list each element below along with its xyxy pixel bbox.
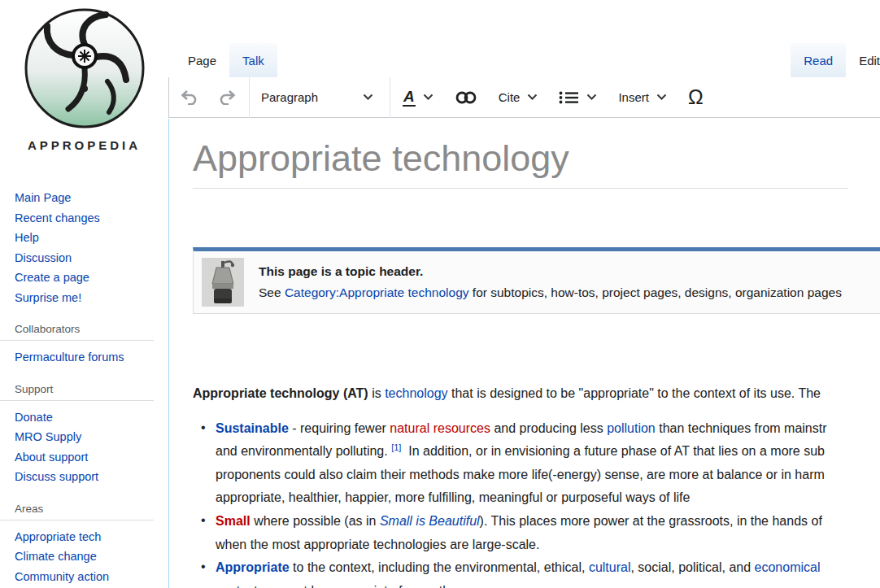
- notice-line2: See Category:Appropriate technology for …: [259, 281, 842, 303]
- sidebar-item-permaculture-forums[interactable]: Permaculture forums: [0, 347, 168, 368]
- redo-icon: [219, 89, 237, 105]
- text-line: proponents could also claim their method…: [216, 464, 880, 487]
- text-run: In addition, or in envisioning a future …: [401, 444, 825, 458]
- sidebar-item-discussion[interactable]: Discussion: [0, 248, 168, 268]
- text-link[interactable]: Sustainable: [216, 421, 289, 435]
- notice-bold-line: This page is a topic header.: [259, 262, 842, 281]
- sidebar-section-heading: Areas: [0, 503, 154, 520]
- text-run: ). This places more power at the grassro…: [480, 514, 822, 528]
- text-style-icon: A: [403, 89, 416, 107]
- text-run: to the context, including the environmen…: [290, 560, 589, 574]
- bullet-marker: •: [201, 416, 206, 440]
- visual-editor-toolbar: Paragraph A Cite: [168, 77, 880, 118]
- text-run: than techniques from mainstr: [656, 421, 827, 435]
- undo-button[interactable]: [169, 77, 208, 118]
- namespace-tabs: PageTalk: [175, 43, 277, 77]
- view-tabs: ReadEdit: [791, 43, 880, 77]
- sidebar-item-donate[interactable]: Donate: [0, 407, 168, 428]
- sidebar-section-areas: AreasAppropriate techClimate changeCommu…: [0, 503, 168, 588]
- link-chain-icon: [455, 90, 477, 105]
- text-line: Appropriate technology (AT) is technolog…: [193, 382, 880, 406]
- insert-label: Insert: [618, 90, 649, 104]
- sidebar-section-collaborators: CollaboratorsPermaculture forums: [0, 323, 168, 368]
- bullet-list: •Sustainable - requiring fewer natural r…: [193, 417, 880, 588]
- text-run: proponents could also claim their method…: [216, 468, 825, 481]
- intro-paragraph: Appropriate technology (AT) is technolog…: [193, 382, 880, 406]
- tab-bar: PageTalk ReadEdit: [168, 0, 880, 77]
- text-line: appropriate, healthier, happier, more fu…: [216, 486, 880, 510]
- sidebar-item-community-action[interactable]: Community action: [0, 567, 168, 587]
- text-link[interactable]: pollution: [607, 421, 656, 435]
- tab-read[interactable]: Read: [791, 43, 846, 77]
- sidebar: APPROPEDIA Main PageRecent changesHelpDi…: [0, 0, 168, 588]
- text-line: and environmentally polluting. [1] In ad…: [216, 440, 880, 464]
- bullet-marker: •: [201, 555, 206, 579]
- toolbar-separator: [390, 77, 390, 118]
- link-button[interactable]: [444, 77, 488, 118]
- text-run: that is designed to be "appropriate" to …: [448, 386, 821, 400]
- text-link[interactable]: natural resources: [390, 421, 490, 435]
- text-style-dropdown[interactable]: A: [392, 77, 444, 118]
- text-run: context may not be appropriate for anoth…: [216, 584, 464, 588]
- text-link[interactable]: Category:Appropriate technology: [285, 285, 469, 299]
- text-run: and environmentally polluting.: [216, 444, 391, 458]
- list-item: •Appropriate to the context, including t…: [193, 556, 880, 588]
- chevron-down-icon: [527, 94, 538, 101]
- chevron-down-icon: [423, 94, 433, 101]
- sidebar-item-create-a-page[interactable]: Create a page: [0, 268, 168, 288]
- text-link[interactable]: Small is Beautiful: [380, 514, 480, 528]
- page-title: Appropriate technology: [193, 137, 880, 181]
- list-structure-dropdown[interactable]: [548, 77, 608, 118]
- text-run: for subtopics, how-tos, project pages, d…: [469, 285, 842, 299]
- notice-text: This page is a topic header. See Categor…: [259, 262, 842, 303]
- text-run: , social, political, and: [630, 560, 754, 574]
- sidebar-item-discuss-support[interactable]: Discuss support: [0, 467, 168, 487]
- text-link[interactable]: economical: [755, 560, 821, 574]
- tab-edit[interactable]: Edit: [846, 43, 880, 77]
- sidebar-section-support: SupportDonateMRO SupplyAbout supportDisc…: [0, 383, 168, 487]
- paragraph-format-label: Paragraph: [261, 90, 318, 104]
- reference-link[interactable]: [1]: [391, 442, 401, 452]
- text-run: where possible (as in: [250, 514, 380, 528]
- cite-label: Cite: [499, 90, 521, 104]
- editor-surface: Appropriate technology This page is a to…: [168, 119, 880, 588]
- sidebar-item-mro-supply[interactable]: MRO Supply: [0, 427, 168, 447]
- sidebar-item-climate-change[interactable]: Climate change: [0, 547, 168, 567]
- redo-button[interactable]: [208, 77, 247, 118]
- title-divider: [193, 188, 848, 189]
- toolbar-separator: [249, 77, 250, 118]
- paragraph-format-dropdown[interactable]: Paragraph: [251, 77, 388, 118]
- tab-page[interactable]: Page: [175, 43, 229, 77]
- sidebar-sections: CollaboratorsPermaculture forumsSupportD…: [0, 323, 168, 588]
- cite-dropdown[interactable]: Cite: [488, 77, 549, 118]
- topic-header-notice: This page is a topic header. See Categor…: [193, 247, 880, 314]
- special-character-button[interactable]: Ω: [677, 77, 714, 118]
- text-line: Sustainable - requiring fewer natural re…: [216, 417, 880, 441]
- text-run: See: [259, 285, 285, 299]
- chevron-down-icon: [656, 94, 667, 101]
- brand-wordmark: APPROPEDIA: [23, 138, 146, 152]
- chevron-down-icon: [363, 94, 373, 101]
- chevron-down-icon: [586, 94, 597, 101]
- text-run: and producing less: [490, 421, 607, 435]
- list-item: •Sustainable - requiring fewer natural r…: [193, 417, 880, 510]
- sidebar-item-appropriate-tech[interactable]: Appropriate tech: [0, 527, 168, 547]
- insert-dropdown[interactable]: Insert: [608, 77, 677, 118]
- sidebar-item-about-support[interactable]: About support: [0, 447, 168, 468]
- sidebar-item-main-page[interactable]: Main Page: [0, 188, 168, 208]
- text-line: Appropriate to the context, including th…: [216, 556, 880, 580]
- text-run: appropriate, healthier, happier, more fu…: [216, 490, 690, 504]
- sidebar-item-surprise-me[interactable]: Surprise me!: [0, 288, 168, 308]
- list-item: •Small where possible (as in Small is Be…: [193, 510, 880, 556]
- sidebar-item-recent-changes[interactable]: Recent changes: [0, 208, 168, 229]
- text-link[interactable]: Appropriate: [216, 560, 290, 574]
- sidebar-section-heading: Support: [0, 383, 154, 401]
- sidebar-item-help[interactable]: Help: [0, 228, 168, 248]
- text-link[interactable]: Small: [216, 514, 250, 528]
- bullet-marker: •: [201, 509, 206, 533]
- sidebar-section-heading: Collaborators: [0, 323, 154, 341]
- text-link[interactable]: technology: [385, 386, 447, 400]
- article-body: Appropriate technology (AT) is technolog…: [193, 382, 880, 588]
- tab-talk[interactable]: Talk: [229, 43, 277, 77]
- text-link[interactable]: cultural: [589, 560, 631, 574]
